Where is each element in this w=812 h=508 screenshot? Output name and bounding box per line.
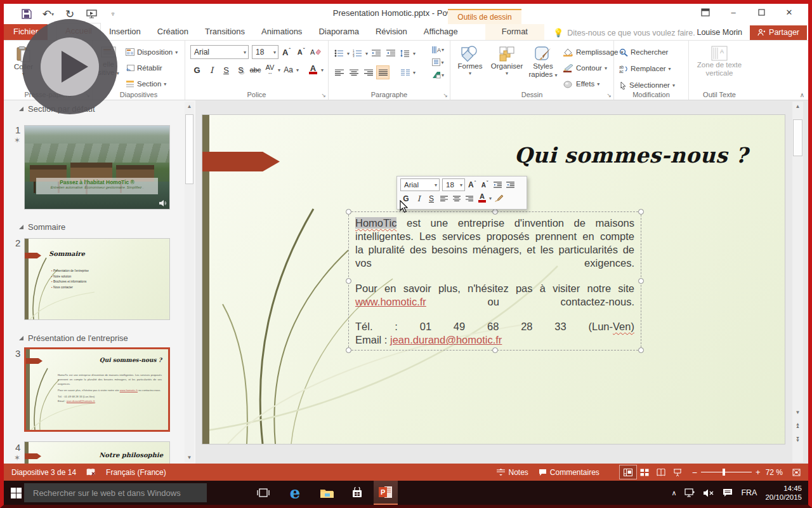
mini-font-color-button[interactable]: A (476, 192, 488, 204)
scroll-up-icon[interactable]: ▲ (185, 102, 194, 111)
tab-affichage[interactable]: Affichage (416, 24, 466, 40)
taskbar-search-box[interactable]: Rechercher sur le web et dans Windows (24, 483, 207, 502)
slide-title[interactable]: Qui sommes-nous ? (514, 143, 748, 168)
resize-handle[interactable] (492, 347, 498, 353)
comments-button[interactable]: Commentaires (534, 468, 605, 477)
user-name[interactable]: Louise Morin (697, 28, 742, 37)
font-name-combo[interactable]: Arial▾ (190, 45, 249, 59)
italic-button[interactable]: I (205, 63, 218, 77)
paragraph-dialog-launcher[interactable]: ↘ (443, 92, 448, 98)
numbering-button[interactable]: 123 (351, 46, 364, 60)
language-switcher[interactable]: FRA (741, 488, 757, 497)
tab-format[interactable]: Format (485, 24, 544, 40)
video-play-overlay[interactable] (22, 19, 117, 114)
file-explorer-icon[interactable] (315, 481, 339, 505)
resize-handle[interactable] (638, 278, 644, 284)
find-button[interactable]: Rechercher (619, 46, 675, 58)
restore-button[interactable] (747, 4, 775, 20)
tab-animations[interactable]: Animations (253, 24, 310, 40)
clear-formatting-button[interactable]: A (309, 45, 322, 59)
taskbar-clock[interactable]: 14:45 20/10/2015 (765, 484, 807, 502)
resize-handle[interactable] (638, 209, 644, 215)
windows-store-icon[interactable] (345, 481, 369, 505)
mini-format-painter-button[interactable] (493, 192, 504, 204)
action-center-icon[interactable] (723, 488, 733, 497)
line-spacing-button[interactable] (398, 46, 412, 60)
mini-align-left-button[interactable] (438, 192, 450, 204)
tab-creation[interactable]: Création (149, 24, 197, 40)
spellcheck-status-icon[interactable] (81, 468, 101, 476)
bullets-button[interactable] (332, 46, 346, 60)
align-right-button[interactable] (362, 65, 375, 79)
mini-shrink-font-button[interactable]: Aˇ (479, 179, 490, 191)
character-spacing-button[interactable]: AV↔ (263, 63, 277, 77)
slide-sorter-view-button[interactable] (636, 465, 653, 479)
tab-revision[interactable]: Révision (367, 24, 416, 40)
layout-button[interactable]: Disposition▾ (126, 46, 178, 58)
next-slide-button[interactable]: ▼▼ (792, 434, 803, 444)
mini-decrease-indent-button[interactable] (492, 179, 503, 191)
previous-slide-button[interactable]: ▲▲ (792, 420, 803, 430)
share-button[interactable]: Partager (750, 25, 807, 40)
zoom-in-button[interactable]: + (756, 467, 761, 477)
scrollbar-thumb[interactable] (793, 119, 802, 156)
slide-canvas[interactable]: Qui sommes-nous ? HomoTic est une entrep… (202, 114, 785, 444)
close-button[interactable]: ✕ (775, 4, 803, 20)
edge-browser-icon[interactable]: e (283, 481, 307, 505)
thumbnail-scrollbar[interactable]: ▲ ▼ (185, 102, 194, 462)
section-header-presentation[interactable]: Présentation de l'entreprise (19, 333, 128, 343)
resize-handle[interactable] (492, 209, 498, 215)
replace-button[interactable]: abac Remplacer▾ (619, 62, 675, 75)
tell-me-box[interactable]: 💡 Dites-nous ce que vous voulez faire. (553, 28, 695, 37)
tab-insertion[interactable]: Insertion (101, 24, 149, 40)
font-size-combo[interactable]: 18▾ (252, 45, 278, 59)
shrink-font-button[interactable]: Aˇ (294, 45, 308, 59)
tray-expand-icon[interactable]: ∧ (671, 489, 676, 497)
resize-handle[interactable] (346, 209, 351, 215)
mini-size-combo[interactable]: 18▾ (442, 178, 465, 191)
slide-4-thumbnail[interactable]: Notre philosophie (24, 441, 170, 464)
scrollbar-thumb[interactable] (185, 114, 193, 184)
vertical-textbox-button[interactable]: A Zone de texte verticale (691, 44, 747, 77)
convert-smartart-button[interactable]: ▾ (431, 70, 445, 80)
network-icon[interactable] (684, 488, 695, 497)
slide-2-thumbnail[interactable]: Sommaire ▪ Présentation de l'entreprise … (24, 238, 170, 320)
resize-handle[interactable] (346, 278, 351, 284)
slide-1-thumbnail[interactable]: Passez à l'habitat HomoTic ® Entretien a… (24, 125, 170, 210)
tab-transitions[interactable]: Transitions (197, 24, 253, 40)
resize-handle[interactable] (346, 347, 351, 353)
align-left-button[interactable] (332, 65, 346, 79)
normal-view-button[interactable] (620, 465, 636, 479)
arrange-button[interactable]: Organiser▾ (488, 44, 525, 76)
scroll-down-icon[interactable]: ▼ (185, 453, 194, 462)
zoom-level[interactable]: 72 % (761, 468, 788, 477)
slide-number-indicator[interactable]: Diapositive 3 de 14 (4, 468, 81, 477)
tab-diaporama[interactable]: Diaporama (310, 24, 367, 40)
text-shadow-button[interactable]: S (234, 63, 247, 77)
zoom-out-button[interactable]: − (692, 467, 697, 478)
text-direction-button[interactable]: A▾ (431, 44, 445, 55)
minimize-button[interactable]: – (719, 4, 747, 20)
volume-muted-icon[interactable] (704, 489, 714, 497)
task-view-button[interactable] (251, 481, 275, 505)
grow-font-button[interactable]: Aˆ (280, 45, 293, 59)
font-dialog-launcher[interactable]: ↘ (321, 92, 326, 98)
align-center-button[interactable] (347, 65, 360, 79)
scroll-up-icon[interactable]: ▲ (792, 102, 803, 111)
section-header-sommaire[interactable]: Sommaire (19, 222, 65, 232)
zoom-slider[interactable] (701, 472, 752, 472)
slideshow-view-button[interactable] (669, 465, 686, 479)
slide-textbox[interactable]: HomoTic est une entreprise d'invention d… (348, 211, 641, 351)
fit-slide-to-window-button[interactable] (788, 465, 804, 479)
strikethrough-button[interactable]: abc (249, 63, 262, 77)
reset-button[interactable]: Rétablir (126, 62, 178, 74)
shapes-button[interactable]: Formes▾ (454, 44, 486, 76)
drawing-dialog-launcher[interactable]: ↘ (606, 92, 612, 98)
select-button[interactable]: Sélectionner▾ (619, 79, 675, 91)
decrease-indent-button[interactable] (369, 46, 383, 60)
slide-3-thumbnail-selected[interactable]: Qui sommes-nous ? HomoTic est une entrep… (24, 347, 170, 432)
font-color-button[interactable]: A (306, 63, 320, 77)
bold-button[interactable]: G (190, 63, 204, 77)
resize-handle[interactable] (638, 347, 644, 353)
website-link[interactable]: www.homotic.fr (355, 295, 426, 309)
